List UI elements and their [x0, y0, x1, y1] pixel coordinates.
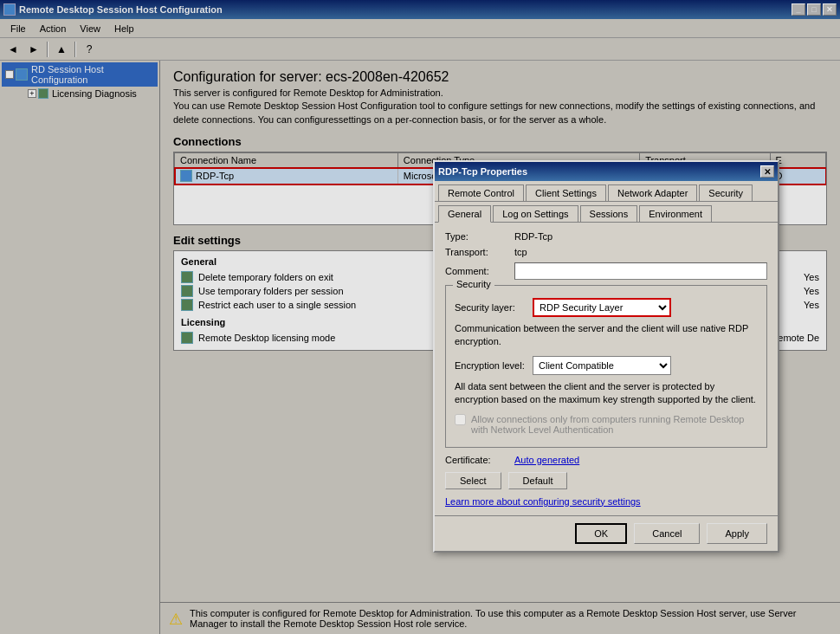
- tab-general[interactable]: General: [438, 205, 491, 223]
- dialog-tabs-row1: Remote Control Client Settings Network A…: [435, 181, 778, 202]
- transport-label: Transport:: [445, 247, 514, 257]
- tab-network-adapter[interactable]: Network Adapter: [608, 184, 697, 201]
- action-buttons: Select Default: [445, 472, 767, 489]
- tab-security[interactable]: Security: [699, 184, 753, 201]
- security-layer-label: Security layer:: [455, 302, 533, 313]
- security-group: Security Security layer: RDP Security La…: [445, 285, 767, 448]
- tab-logon-settings[interactable]: Log on Settings: [493, 205, 578, 222]
- type-value: RDP-Tcp: [514, 231, 552, 242]
- dialog-titlebar: RDP-Tcp Properties ✕: [435, 162, 778, 181]
- nla-checkbox[interactable]: [455, 414, 466, 425]
- nla-label: Allow connections only from computers ru…: [471, 414, 758, 435]
- type-row: Type: RDP-Tcp: [445, 231, 767, 242]
- default-button[interactable]: Default: [508, 472, 568, 489]
- security-description: Communication between the server and the…: [455, 322, 758, 349]
- dialog-footer: OK Cancel Apply: [435, 515, 778, 551]
- ok-button[interactable]: OK: [575, 523, 627, 544]
- security-layer-row: Security layer: RDP Security Layer Negot…: [455, 298, 758, 317]
- cert-label: Certificate:: [445, 455, 514, 465]
- tab-client-settings[interactable]: Client Settings: [526, 184, 606, 201]
- tab-remote-control[interactable]: Remote Control: [438, 184, 524, 201]
- security-group-title: Security: [453, 279, 494, 289]
- transport-value: tcp: [514, 247, 527, 257]
- tab-sessions[interactable]: Sessions: [580, 205, 638, 222]
- dialog-close-button[interactable]: ✕: [760, 165, 774, 178]
- type-label: Type:: [445, 231, 514, 242]
- encryption-label: Encryption level:: [455, 360, 533, 371]
- comment-label: Comment:: [445, 266, 514, 276]
- certificate-row: Certificate: Auto generated: [445, 455, 767, 465]
- learn-more-link[interactable]: Learn more about configuring security se…: [445, 496, 641, 507]
- dialog-title: RDP-Tcp Properties: [438, 166, 527, 177]
- apply-button[interactable]: Apply: [707, 523, 767, 544]
- security-layer-select[interactable]: RDP Security Layer Negotiate SSL (TLS 1.…: [533, 298, 671, 317]
- transport-row: Transport: tcp: [445, 247, 767, 257]
- encryption-level-select[interactable]: Client Compatible Low High FIPS Complian…: [533, 356, 671, 375]
- cert-value-link[interactable]: Auto generated: [514, 455, 579, 465]
- dialog-tabs-row2: General Log on Settings Sessions Environ…: [435, 202, 778, 223]
- tab-environment[interactable]: Environment: [639, 205, 712, 222]
- cancel-button[interactable]: Cancel: [634, 523, 700, 544]
- rdp-tcp-properties-dialog: RDP-Tcp Properties ✕ Remote Control Clie…: [433, 160, 779, 553]
- comment-input[interactable]: [514, 262, 767, 280]
- encryption-description: All data sent between the client and the…: [455, 380, 758, 407]
- encryption-level-row: Encryption level: Client Compatible Low …: [455, 356, 758, 375]
- select-button[interactable]: Select: [445, 472, 501, 489]
- dialog-content: Type: RDP-Tcp Transport: tcp Comment: Se…: [435, 223, 778, 515]
- nla-checkbox-row: Allow connections only from computers ru…: [455, 414, 758, 435]
- learn-more-row: Learn more about configuring security se…: [445, 496, 767, 507]
- comment-row: Comment:: [445, 262, 767, 280]
